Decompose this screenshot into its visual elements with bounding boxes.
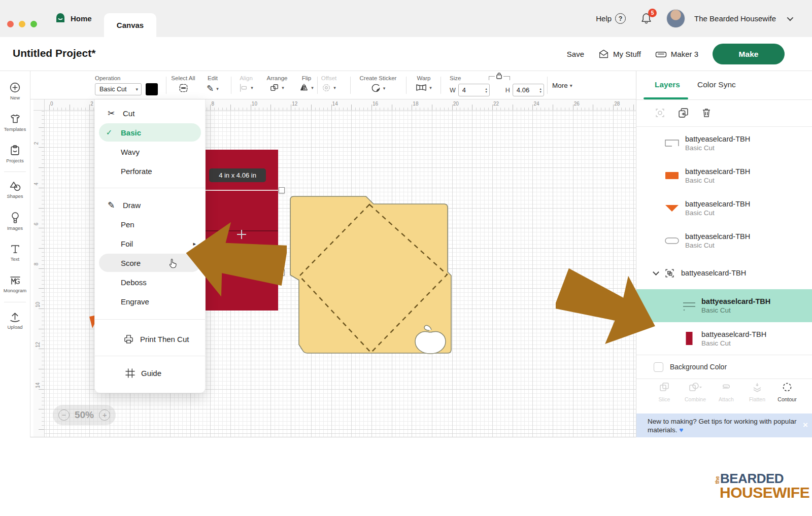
arrange-button[interactable]: Arrange ▾ <box>263 71 291 99</box>
sidebar-item-projects[interactable]: Projects <box>0 138 30 169</box>
contour-button[interactable]: Contour <box>772 382 802 402</box>
group-select-button <box>655 108 665 120</box>
operation-label: Operation <box>95 75 158 81</box>
height-label: H <box>505 87 510 94</box>
upload-icon <box>9 311 21 323</box>
make-button[interactable]: Make <box>713 44 785 64</box>
menu-item-perforate[interactable]: Perforate <box>95 161 205 181</box>
minimize-window-button[interactable] <box>19 21 25 27</box>
close-window-button[interactable] <box>7 21 14 27</box>
canvas: 0246810121416182022242628 2468101214 4 i… <box>30 99 636 437</box>
delete-button[interactable] <box>701 108 712 120</box>
machine-label: Maker 3 <box>671 50 698 58</box>
layer-row[interactable]: battyeaselcard-TBH Basic Cut <box>636 127 812 159</box>
app-window: Home Canvas Help ? 5 The Bearded Housewi… <box>0 0 812 516</box>
menu-item-draw[interactable]: ✎ Draw <box>95 195 205 215</box>
account-name[interactable]: The Bearded Housewife <box>694 14 776 23</box>
layer-group-header[interactable]: battyeaselcard-TBH <box>636 257 812 289</box>
more-button[interactable]: More▾ <box>552 71 572 99</box>
tab-color-sync[interactable]: Color Sync <box>697 80 736 89</box>
machine-select-button[interactable]: Maker 3 <box>655 49 698 59</box>
attach-button: Attach <box>712 382 741 402</box>
create-sticker-button[interactable]: Create Sticker ▾ <box>350 71 407 99</box>
sidebar-item-shapes[interactable]: Shapes <box>0 174 30 205</box>
shapes-icon <box>9 181 21 192</box>
question-icon: ? <box>615 13 626 24</box>
select-all-icon <box>179 83 188 93</box>
my-stuff-label: My Stuff <box>613 50 641 58</box>
text-icon <box>10 244 21 255</box>
sidebar-item-upload[interactable]: Upload <box>0 304 30 336</box>
tip-text: New to making? Get tips for working with… <box>648 418 796 434</box>
layer-row[interactable]: battyeaselcard-TBH Basic Cut <box>636 159 812 192</box>
height-input[interactable] <box>513 86 540 94</box>
width-input[interactable] <box>459 86 486 94</box>
align-icon <box>239 83 248 92</box>
sidebar-item-images[interactable]: Images <box>0 205 30 237</box>
layer-row[interactable]: battyeaselcard-TBH Basic Cut <box>636 224 812 257</box>
project-bar: Untitled Project* Save My Stuff Maker 3 … <box>0 37 812 71</box>
clipboard-icon <box>9 145 21 156</box>
chevron-down-icon[interactable] <box>787 15 794 21</box>
layer-row[interactable]: battyeaselcard-TBH Basic Cut <box>636 192 812 224</box>
tab-canvas[interactable]: Canvas <box>104 13 156 37</box>
layers-panel: Layers Color Sync battyeaselcard-TBH Bas… <box>636 71 812 437</box>
zoom-level: 50% <box>75 409 94 421</box>
zoom-out-button[interactable]: − <box>58 409 70 421</box>
zoom-control: − 50% + <box>53 405 116 425</box>
new-icon <box>9 82 21 93</box>
menu-item-basic[interactable]: ✓ Basic <box>99 123 201 142</box>
sticker-icon <box>371 83 381 93</box>
sidebar: New Templates Projects Shapes Images Tex… <box>0 71 30 437</box>
warp-button[interactable]: Warp ▾ <box>409 71 439 99</box>
layer-row-selected[interactable]: battyeaselcard-TBH Basic Cut <box>636 289 812 322</box>
menu-item-print-then-cut[interactable]: Print Then Cut <box>95 328 205 350</box>
color-swatch[interactable] <box>146 83 158 95</box>
sidebar-item-templates[interactable]: Templates <box>0 107 30 138</box>
ruler-left-numbers: 2468101214 <box>33 111 45 437</box>
save-button[interactable]: Save <box>567 50 584 58</box>
tip-banner: New to making? Get tips for working with… <box>636 414 812 437</box>
notifications-button[interactable]: 5 <box>640 12 653 25</box>
avatar[interactable] <box>666 9 685 28</box>
close-icon[interactable]: × <box>803 421 808 429</box>
sidebar-item-text[interactable]: Text <box>0 237 30 268</box>
tab-layers[interactable]: Layers <box>655 80 680 89</box>
menu-item-guide[interactable]: Guide <box>95 362 205 384</box>
width-label: W <box>450 87 456 94</box>
select-all-button[interactable]: Select All <box>167 71 199 99</box>
tab-home[interactable]: Home <box>55 0 92 37</box>
selection-handle[interactable] <box>279 187 285 193</box>
width-stepper[interactable]: ▴▾ <box>486 87 489 93</box>
sidebar-divider <box>4 171 26 172</box>
duplicate-button[interactable] <box>678 108 689 120</box>
page-title: Untitled Project* <box>13 47 95 59</box>
edit-button[interactable]: Edit ✎▾ <box>202 71 223 99</box>
tab-canvas-label: Canvas <box>117 21 144 29</box>
pencil-icon: ✎ <box>106 200 116 211</box>
mail-icon <box>598 49 609 59</box>
layer-row[interactable]: battyeaselcard-TBH Basic Cut <box>636 322 812 355</box>
envelope-shape[interactable] <box>286 192 454 359</box>
lock-icon[interactable] <box>495 72 503 80</box>
score-line[interactable] <box>206 190 284 191</box>
help-button[interactable]: Help ? <box>596 13 626 24</box>
my-stuff-button[interactable]: My Stuff <box>598 49 641 59</box>
sidebar-item-monogram[interactable]: Monogram <box>0 268 30 300</box>
sidebar-divider <box>4 302 26 302</box>
size-tooltip: 4 in x 4.06 in <box>209 168 266 182</box>
notification-badge: 5 <box>648 9 657 17</box>
menu-item-wavy[interactable]: Wavy <box>95 142 205 161</box>
zoom-in-button[interactable]: + <box>99 409 110 421</box>
sidebar-item-new[interactable]: New <box>0 75 30 107</box>
caret-down-icon: ▾ <box>570 83 572 88</box>
operation-group: Operation Basic Cut ▾ <box>95 71 158 99</box>
flip-button[interactable]: Flip ▾ <box>296 71 317 99</box>
maximize-window-button[interactable] <box>30 21 37 27</box>
height-stepper[interactable]: ▴▾ <box>540 87 544 93</box>
machine-icon <box>655 49 667 59</box>
menu-item-cut[interactable]: ✂ Cut <box>95 104 205 123</box>
caret-down-icon: ▾ <box>216 86 219 91</box>
background-color-swatch[interactable] <box>654 362 663 372</box>
operation-select[interactable]: Basic Cut ▾ <box>95 83 142 95</box>
